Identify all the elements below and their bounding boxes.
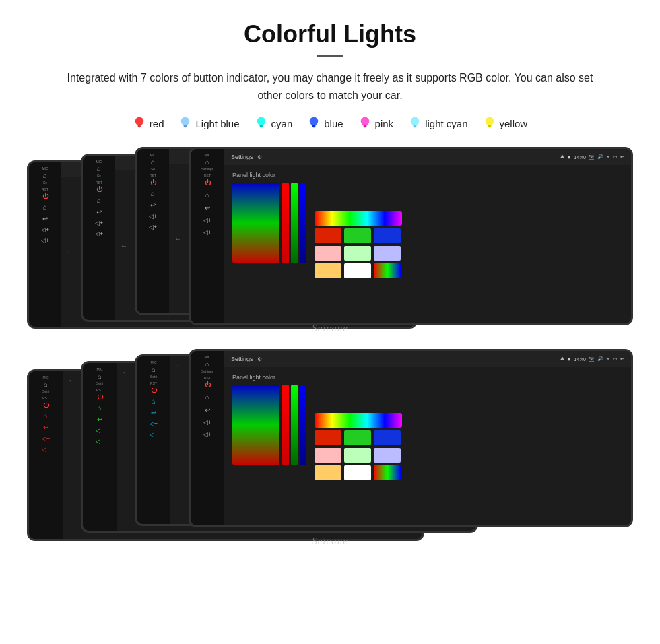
svg-rect-12 [313, 127, 315, 128]
color-label-lightcyan: light cyan [425, 118, 467, 129]
svg-rect-6 [185, 127, 187, 128]
pink-bulb-icon [358, 116, 372, 131]
panel-label-bottom: Panel light color [232, 374, 306, 381]
color-label-pink: pink [375, 118, 394, 129]
title-divider [317, 55, 343, 57]
svg-point-7 [257, 117, 265, 126]
color-label-blue: blue [324, 118, 343, 129]
color-item-pink: pink [358, 116, 394, 131]
color-label-red: red [150, 118, 164, 129]
color-indicators-row: red Light blue cyan [27, 116, 633, 131]
svg-point-10 [310, 117, 319, 126]
device-bottom-main: MIC ⌂ Settings RST ⏻ ⌂ ↩ ◁+ ◁+ Settings … [189, 349, 633, 527]
color-item-lightblue: Light blue [178, 116, 239, 131]
device-group-bottom: MIC ⌂ Setti RST ⏻ ⌂ ↩ ◁+ ◁+ ← [27, 349, 633, 558]
yellow-bulb-icon [483, 116, 496, 131]
color-label-lightblue: Light blue [195, 118, 239, 129]
svg-point-0 [135, 117, 144, 126]
color-item-cyan: cyan [255, 116, 293, 131]
panel-label-top: Panel light color [232, 172, 306, 179]
svg-point-19 [485, 117, 494, 126]
svg-point-4 [181, 117, 190, 126]
color-item-yellow: yellow [483, 116, 528, 131]
svg-rect-21 [488, 127, 490, 128]
page-container: Colorful Lights Integrated with 7 colors… [0, 0, 660, 571]
color-item-blue: blue [307, 116, 343, 131]
lightcyan-bulb-icon [408, 116, 422, 131]
blue-bulb-icon [307, 116, 321, 131]
color-item-lightcyan: light cyan [408, 116, 467, 131]
cyan-bulb-icon [255, 116, 268, 131]
watermark-bottom: Seicane [312, 536, 348, 547]
svg-point-13 [360, 117, 369, 126]
description-text: Integrated with 7 colors of button indic… [54, 69, 606, 104]
svg-point-16 [411, 117, 420, 126]
svg-rect-18 [414, 127, 416, 128]
svg-rect-15 [364, 127, 366, 128]
svg-rect-3 [138, 127, 140, 128]
device-top-main: MIC ⌂ Settings RST ⏻ ⌂ ↩ ◁+ ◁+ Settings … [189, 147, 633, 325]
device-group-top: MIC ⌂ Se RST ⏻ ⌂ ↩ ◁+ ◁+ ← [27, 147, 633, 342]
lightblue-bulb-icon [178, 116, 192, 131]
color-label-yellow: yellow [500, 118, 528, 129]
color-item-red: red [133, 116, 164, 131]
red-bulb-icon [133, 116, 146, 131]
page-title: Colorful Lights [27, 20, 633, 49]
watermark-top: Seicane [312, 323, 348, 334]
color-label-cyan: cyan [271, 118, 293, 129]
svg-rect-9 [260, 127, 262, 128]
